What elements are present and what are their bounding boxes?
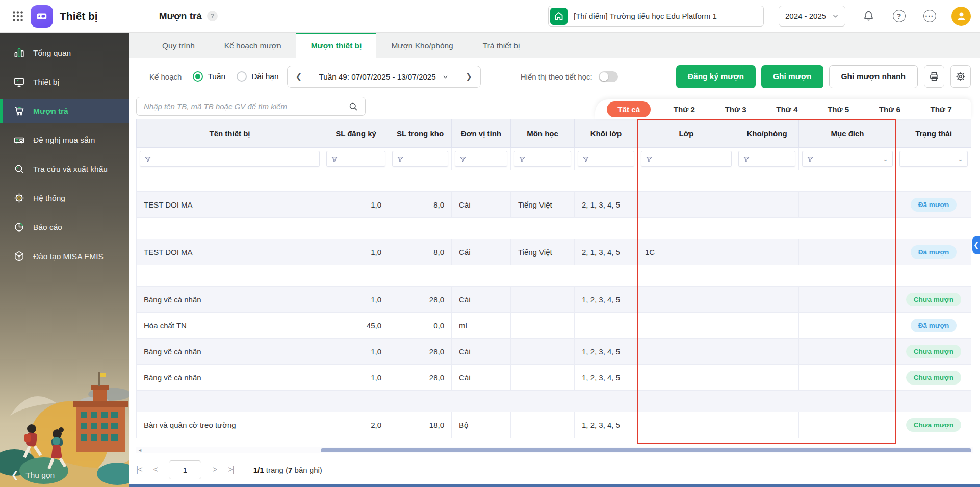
cell: [799, 412, 896, 438]
table-filter-row: ⌄⌄: [137, 148, 971, 170]
cell: [511, 412, 575, 438]
table-row[interactable]: TEST DOI MA1,08,0CáiTiếng Việt2, 1, 3, 4…: [137, 192, 971, 218]
radio-longterm[interactable]: Dài hạn: [237, 71, 278, 82]
sidebar-item-de-nghi-mua-sam[interactable]: Đề nghị mua sắm: [0, 128, 129, 152]
cell: 1,0: [323, 239, 389, 265]
table-row[interactable]: Bảng vẽ cá nhân1,028,0Cái1, 2, 3, 4, 5Ch…: [137, 339, 971, 365]
sidebar-item-tra-cuu-va-xuat-khau[interactable]: Tra cứu và xuất khẩu: [0, 157, 129, 181]
column-filter[interactable]: [455, 151, 507, 167]
scroll-left-arrow-icon[interactable]: ◄: [138, 447, 142, 453]
table-row[interactable]: Hóa chất TN45,00,0mlĐã mượn: [137, 313, 971, 339]
week-select[interactable]: Tuần 49: 07/07/2025 - 13/07/2025: [311, 66, 457, 87]
day-tab-thu-4[interactable]: Thứ 4: [769, 101, 805, 117]
cell: 18,0: [389, 412, 452, 438]
week-next-button[interactable]: ❯: [457, 66, 480, 87]
school-year-value: 2024 - 2025: [785, 12, 826, 20]
lesson-toggle-label: Hiển thị theo tiết học:: [521, 72, 592, 81]
sidebar-item-dao-tao-misa-emis[interactable]: Đào tạo MISA EMIS: [0, 244, 129, 268]
sidebar-nav: Tổng quanThiết bịMượn trảĐề nghị mua sắm…: [0, 33, 129, 268]
gear-icon: [955, 71, 966, 82]
school-name: [Thí điểm] Trường tiểu học Edu Platform …: [574, 12, 717, 20]
school-selector[interactable]: [Thí điểm] Trường tiểu học Edu Platform …: [548, 6, 764, 27]
tab-muon-thiet-bi[interactable]: Mượn thiết bị: [296, 33, 377, 58]
table-row[interactable]: TEST DOI MA1,08,0CáiTiếng Việt2, 1, 3, 4…: [137, 239, 971, 265]
app-grid-icon[interactable]: [10, 9, 25, 24]
day-tab-thu-5[interactable]: Thứ 5: [820, 101, 856, 117]
table-row[interactable]: Bảng vẽ cá nhân1,028,0Cái1, 2, 3, 4, 5Ch…: [137, 365, 971, 391]
device-search: [136, 97, 366, 116]
day-tab-thu-2[interactable]: Thứ 2: [666, 101, 702, 117]
sidebar-item-label: Báo cáo: [33, 223, 62, 232]
cell: 2,0: [323, 412, 389, 438]
user-avatar[interactable]: [951, 7, 971, 26]
week-prev-button[interactable]: ❮: [288, 66, 311, 87]
cell: [511, 313, 575, 339]
cell: Cái: [452, 192, 511, 218]
school-year-selector[interactable]: 2024 - 2025: [779, 6, 845, 27]
column-filter[interactable]: [738, 151, 795, 167]
cell-status: Chưa mượn: [896, 339, 971, 365]
column-filter[interactable]: [392, 151, 448, 167]
lesson-toggle[interactable]: [599, 71, 618, 82]
column-filter[interactable]: ⌄: [802, 151, 893, 167]
horizontal-scrollbar-thumb[interactable]: [321, 448, 971, 452]
status-badge: Chưa mượn: [906, 293, 962, 306]
sidebar-item-label: Tổng quan: [33, 48, 71, 58]
first-page-button[interactable]: |<: [136, 465, 142, 474]
day-tab-thu-3[interactable]: Thứ 3: [717, 101, 753, 117]
more-options-icon[interactable]: ···: [922, 9, 937, 24]
sidebar-item-tong-quan[interactable]: Tổng quan: [0, 41, 129, 65]
filter-icon: [519, 156, 526, 163]
sidebar-item-he-thong[interactable]: Hệ thống: [0, 186, 129, 210]
column-filter[interactable]: [140, 151, 320, 167]
next-page-button[interactable]: >: [213, 465, 217, 474]
app-title: Thiết bị: [60, 10, 98, 22]
notification-bell-icon[interactable]: [861, 9, 876, 24]
radio-week[interactable]: Tuần: [193, 71, 225, 82]
help-circle-icon[interactable]: ?: [891, 9, 907, 24]
day-tab-thu-7[interactable]: Thứ 7: [923, 101, 959, 117]
table-row[interactable]: Bàn và quân cờ treo tường2,018,0Bộ1, 2, …: [137, 412, 971, 438]
column-filter[interactable]: [326, 151, 385, 167]
device-app-logo-icon: [31, 5, 53, 28]
print-button[interactable]: [924, 65, 944, 88]
page-help-icon[interactable]: ?: [207, 11, 218, 21]
table-settings-button[interactable]: [950, 65, 971, 88]
school-house-icon: [550, 8, 568, 25]
column-filter[interactable]: [514, 151, 571, 167]
sidebar-collapse-button[interactable]: ❮ Thu gọn: [0, 463, 129, 487]
sidebar-item-bao-cao[interactable]: Báo cáo: [0, 215, 129, 239]
sidebar-item-thiet-bi[interactable]: Thiết bị: [0, 70, 129, 94]
status-badge: Đã mượn: [911, 319, 957, 332]
status-badge: Chưa mượn: [906, 371, 962, 385]
table-row-empty: [137, 218, 971, 239]
prev-page-button[interactable]: <: [153, 465, 158, 474]
tab-ke-hoach-muon[interactable]: Kế hoạch mượn: [210, 33, 296, 58]
chevron-down-icon: [832, 13, 839, 19]
cell: 28,0: [389, 339, 452, 365]
pagination: |< < 1 > >| 1/1 trang (7 bản ghi): [136, 459, 322, 480]
tab-muon-kho-phong[interactable]: Mượn Kho/phòng: [376, 33, 468, 58]
cell: [511, 339, 575, 365]
page-number-input[interactable]: 1: [169, 460, 201, 479]
cell: 1C: [638, 239, 735, 265]
cell-status: Chưa mượn: [896, 412, 971, 438]
cell: [638, 365, 735, 391]
side-panel-expand-tab[interactable]: ❮: [972, 236, 980, 254]
chevron-down-icon: ⌄: [883, 155, 888, 163]
status-badge: Chưa mượn: [906, 345, 962, 358]
column-filter[interactable]: ⌄: [899, 151, 968, 167]
search-input[interactable]: [137, 102, 348, 111]
tab-quy-trinh[interactable]: Quy trình: [147, 33, 210, 58]
tab-tra-thiet-bi[interactable]: Trả thiết bị: [468, 33, 535, 58]
quick-borrow-button[interactable]: Ghi mượn nhanh: [829, 65, 918, 88]
last-page-button[interactable]: >|: [228, 465, 234, 474]
register-borrow-button[interactable]: Đăng ký mượn: [676, 65, 756, 88]
column-filter[interactable]: [641, 151, 732, 167]
sidebar-item-muon-tra[interactable]: Mượn trả: [0, 99, 129, 123]
table-row[interactable]: Bảng vẽ cá nhân1,028,0Cái1, 2, 3, 4, 5Ch…: [137, 287, 971, 313]
day-tab-tat-ca[interactable]: Tất cả: [607, 101, 651, 117]
column-filter[interactable]: [578, 151, 634, 167]
day-tab-thu-6[interactable]: Thứ 6: [872, 101, 908, 117]
record-borrow-button[interactable]: Ghi mượn: [761, 65, 823, 88]
